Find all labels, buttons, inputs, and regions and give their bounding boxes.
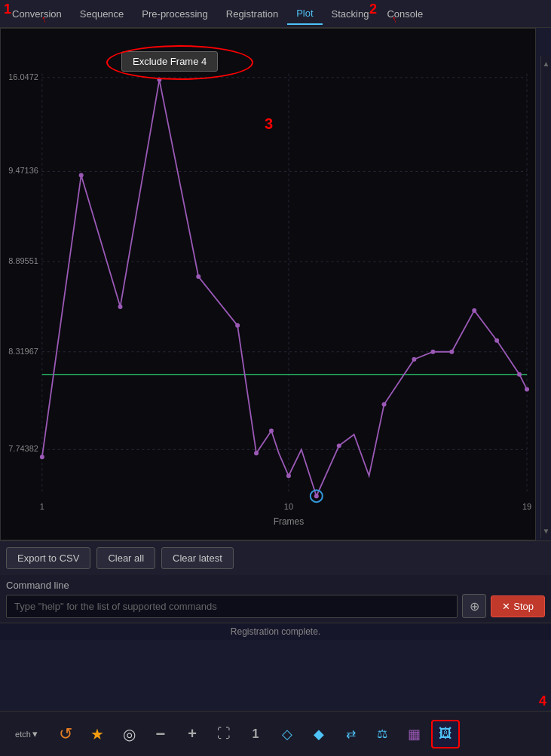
- svg-point-26: [269, 428, 274, 433]
- command-section: Command line ⊕ ✕ Stop: [0, 575, 551, 623]
- stop-x-icon: ✕: [502, 601, 510, 612]
- minus-btn[interactable]: −: [146, 720, 175, 748]
- svg-text:Frames: Frames: [274, 516, 305, 527]
- clear-all-button[interactable]: Clear all: [96, 547, 155, 569]
- svg-point-29: [314, 494, 319, 498]
- svg-point-33: [430, 350, 435, 354]
- plus-btn[interactable]: +: [178, 720, 207, 748]
- stop-button[interactable]: ✕ Stop: [491, 595, 545, 617]
- svg-point-22: [157, 78, 161, 82]
- diamond-fill-icon: ◆: [314, 726, 324, 742]
- scroll-down-arrow[interactable]: ▼: [541, 523, 552, 538]
- svg-text:1: 1: [40, 502, 44, 511]
- top-navigation: Conversion Sequence Pre-processing Regis…: [0, 0, 551, 28]
- star-icon: ★: [90, 725, 104, 743]
- nav-registration[interactable]: Registration: [217, 4, 287, 24]
- status-bar: Registration complete.: [0, 623, 551, 640]
- balance-btn[interactable]: ⚖: [368, 720, 396, 748]
- fwhm-chart[interactable]: FWHM 16.0472 9.47136 8.89551 8.31967 7.7…: [0, 28, 536, 540]
- plus-icon: +: [188, 725, 197, 742]
- command-input[interactable]: [6, 595, 458, 618]
- status-text: Registration complete.: [231, 626, 320, 637]
- svg-rect-0: [1, 29, 535, 540]
- svg-point-23: [196, 274, 201, 279]
- etch-dropdown-btn[interactable]: etch ▾: [5, 720, 48, 748]
- svg-point-30: [337, 443, 341, 448]
- export-csv-button[interactable]: Export to CSV: [6, 547, 90, 569]
- target-icon: ◎: [123, 725, 136, 743]
- annotation-2: 2: [369, 2, 377, 17]
- undo-btn[interactable]: ↺: [51, 720, 80, 748]
- chart-section: FWHM 16.0472 9.47136 8.89551 8.31967 7.7…: [0, 28, 551, 540]
- svg-point-38: [525, 387, 529, 392]
- svg-point-34: [449, 350, 454, 354]
- scroll-up-arrow[interactable]: ▲: [541, 56, 552, 71]
- svg-text:8.31967: 8.31967: [8, 347, 38, 356]
- svg-point-24: [235, 323, 240, 328]
- svg-text:8.89551: 8.89551: [8, 256, 38, 265]
- command-row: ⊕ ✕ Stop: [6, 594, 545, 618]
- dropdown-arrow-icon: ▾: [32, 728, 38, 739]
- svg-point-27: [286, 473, 291, 478]
- expand-icon: ⛶: [217, 726, 231, 742]
- histogram-btn[interactable]: ▦: [399, 720, 428, 748]
- one-icon: 1: [253, 727, 259, 741]
- target-btn[interactable]: ◎: [115, 720, 143, 748]
- annotation-1: 1: [4, 2, 11, 17]
- svg-point-31: [382, 402, 387, 407]
- nav-console[interactable]: Console: [378, 4, 432, 24]
- nav-conversion[interactable]: Conversion: [3, 4, 71, 24]
- bottom-toolbar: etch ▾ ↺ ★ ◎ − + ⛶ 1 ◇ ◆ ⇄ ⚖ ▦ 🖼 4: [0, 711, 551, 756]
- nav-preprocessing[interactable]: Pre-processing: [133, 4, 216, 24]
- one-btn[interactable]: 1: [241, 720, 270, 748]
- chart-svg: 16.0472 9.47136 8.89551 8.31967 7.74382 …: [1, 29, 535, 540]
- right-scrollbar[interactable]: ▲ ▼: [540, 56, 551, 538]
- svg-point-36: [494, 338, 499, 343]
- svg-text:7.74382: 7.74382: [8, 444, 38, 453]
- expand-btn[interactable]: ⛶: [210, 720, 238, 748]
- star-btn[interactable]: ★: [83, 720, 112, 748]
- balance-icon: ⚖: [377, 727, 387, 741]
- arrows-icon: ⇄: [346, 727, 356, 741]
- svg-point-19: [40, 455, 44, 459]
- command-label: Command line: [6, 580, 545, 591]
- svg-point-20: [79, 173, 84, 177]
- svg-point-32: [412, 357, 416, 362]
- command-settings-icon[interactable]: ⊕: [462, 594, 486, 618]
- svg-text:10: 10: [284, 502, 293, 511]
- svg-point-35: [472, 308, 476, 313]
- nav-sequence[interactable]: Sequence: [71, 4, 133, 24]
- svg-point-37: [517, 372, 522, 377]
- svg-point-21: [118, 305, 123, 309]
- undo-icon: ↺: [59, 724, 72, 744]
- svg-text:19: 19: [522, 502, 531, 511]
- image-display-icon: 🖼: [439, 726, 452, 742]
- svg-point-25: [254, 451, 259, 455]
- image-display-btn[interactable]: 🖼: [431, 720, 460, 748]
- histogram-icon: ▦: [408, 726, 421, 742]
- nav-plot[interactable]: Plot: [287, 3, 322, 25]
- chart-button-bar: Export to CSV Clear all Clear latest: [0, 540, 551, 575]
- arrows-btn[interactable]: ⇄: [336, 720, 365, 748]
- exclude-frame-tooltip[interactable]: Exclude Frame 4: [121, 51, 218, 72]
- diamond-fill-btn[interactable]: ◆: [305, 720, 333, 748]
- svg-text:9.47136: 9.47136: [8, 166, 38, 175]
- stop-label: Stop: [513, 601, 534, 612]
- diamond-icon: ◇: [282, 726, 292, 742]
- annotation-4: 4: [539, 693, 546, 709]
- svg-text:16.0472: 16.0472: [8, 72, 38, 81]
- etch-label: etch: [15, 730, 31, 739]
- diamond-btn[interactable]: ◇: [273, 720, 302, 748]
- minus-icon: −: [156, 724, 166, 744]
- clear-latest-button[interactable]: Clear latest: [161, 547, 234, 569]
